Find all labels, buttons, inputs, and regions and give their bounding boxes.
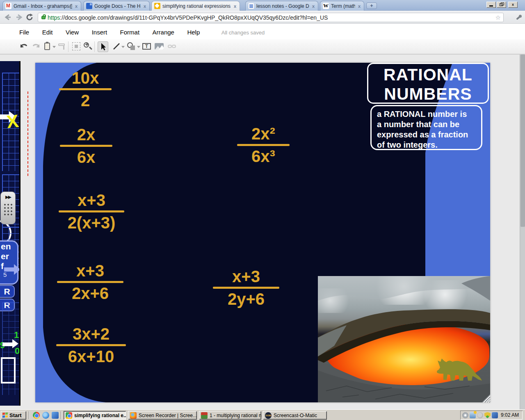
fraction-bar [57,281,123,283]
fraction-2x2-over-6x3[interactable]: 2x² 6x³ [237,124,290,166]
vertical-scrollbar[interactable] [520,55,525,410]
task-simplifying-rational[interactable]: simplifying rational e... [64,411,126,420]
back-icon[interactable] [3,13,12,21]
menu-help[interactable]: Help [184,27,203,37]
firefox-icon [130,412,137,419]
task-screencast-o-matic[interactable]: SOM Screencast-O-Matic [263,411,327,420]
taskbar-separator [29,411,30,419]
windows-taskbar: Start simplifying rational e... Screen R… [0,409,525,420]
redo-icon[interactable] [31,41,42,52]
paste-dropdown-icon[interactable] [52,46,56,48]
background-window-sliver: X ▶▶ en er f 5 R R 1 9 0 [0,61,21,406]
fraction-x3-over-2x3[interactable]: x+3 2(x+3) [59,191,124,232]
menu-edit[interactable]: Edit [39,27,56,37]
menu-file[interactable]: File [16,27,32,37]
paste-icon[interactable] [43,41,51,52]
shape-dropdown-icon[interactable] [137,46,140,48]
tab-google-docs[interactable]: Google Docs - The Hopper x [83,1,150,11]
menu-view[interactable]: View [63,27,82,37]
chrome-icon[interactable] [33,412,40,419]
internet-explorer-icon[interactable] [42,412,49,419]
task-multiplying-rational[interactable]: 1 - multiplying rational nu... [199,411,261,420]
taskbar-clock: 9:02 AM [501,412,519,418]
blue-callout-box: en er f 5 [0,240,18,285]
disc-icon[interactable] [462,412,468,418]
undo-icon[interactable] [19,41,30,52]
line-tool-icon[interactable] [112,41,122,52]
fraction-10x-over-2[interactable]: 10x 2 [59,68,112,110]
rational-numbers-title-box[interactable]: RATIONAL NUMBERS [367,63,489,104]
task-screen-recorder[interactable]: Screen Recorder | Scree... [128,411,197,420]
network-icon[interactable] [492,412,498,418]
url-bar[interactable]: https ://docs.google.com/drawings/d/11t-… [38,13,504,22]
close-button[interactable]: x [508,2,518,8]
fraction-x3-over-2y6[interactable]: x+3 2y+6 [213,267,279,308]
bookmark-star-icon[interactable]: ☆ [495,14,501,21]
display-icon[interactable] [470,412,476,418]
new-tab-button[interactable]: + [366,2,377,9]
minimize-button[interactable] [486,2,496,8]
text-box-icon[interactable]: T [142,41,153,52]
fraction-3x2-over-6x10[interactable]: 3x+2 6x+10 [56,324,126,366]
volume-icon[interactable] [477,412,483,418]
player-widget: ▶▶ [0,192,16,224]
dinosaur-silhouette [434,356,483,385]
screen: M Gmail - Inbox - grahamps@gm x Google D… [0,0,525,420]
line-dropdown-icon[interactable] [121,46,125,48]
select-cursor-icon[interactable] [98,41,108,52]
reload-icon[interactable] [25,13,34,21]
drawing-toolbar: T [0,39,525,54]
keypad-dots [3,203,13,215]
settings-wrench-icon[interactable] [515,15,522,21]
tab-simplifying-rational-expressions[interactable]: simplifying rational expressions x [151,1,240,11]
tab-lesson-notes[interactable]: lesson notes - Google Docs x [245,1,318,11]
zoom-icon[interactable] [83,41,94,52]
url-scheme: https [48,14,60,21]
browser-toolbar: https ://docs.google.com/drawings/d/11t-… [0,11,525,24]
som-icon: SOM [265,412,272,419]
volcano-image[interactable] [318,276,490,402]
drawing-page[interactable]: 10x 2 2x 6x 2x² 6x³ x+3 2(x+3) x+3 [35,63,490,402]
restore-button[interactable] [497,2,506,8]
windows-app-icon[interactable] [52,412,59,419]
tab-close-icon[interactable]: x [143,4,147,9]
tab-close-icon[interactable]: x [233,4,237,9]
fraction-2x-over-6x[interactable]: 2x 6x [60,125,112,167]
menu-arrange[interactable]: Arrange [150,27,177,37]
tab-close-icon[interactable]: x [311,4,315,9]
tab-wikipedia[interactable]: W Term (mathematics) - Wikipedi x [320,1,364,11]
link-icon[interactable] [167,41,178,52]
fraction-bar [213,287,279,289]
gmail-icon: M [5,3,11,9]
tab-close-icon[interactable]: x [357,4,361,9]
shape-tool-icon[interactable] [126,41,137,52]
taskbar-separator [61,411,62,419]
fast-forward-icon: ▶▶ [1,194,15,200]
editor-canvas-area: X ▶▶ en er f 5 R R 1 9 0 [0,54,525,409]
recording-guide-line [27,91,28,176]
menu-insert[interactable]: Insert [89,27,110,37]
video-app-icon [201,412,208,419]
fraction-bar [59,88,112,90]
fraction-x3-over-2x6[interactable]: x+3 2x+6 [57,261,123,303]
letter-box: R [0,285,15,298]
paint-format-icon[interactable] [57,41,68,52]
menu-bar: File Edit View Insert Format Arrange Hel… [0,24,525,39]
tab-gmail[interactable]: M Gmail - Inbox - grahamps@gm x [2,1,81,11]
fraction-bar [56,344,126,346]
https-lock-icon [41,16,46,19]
url-text: ://docs.google.com/drawings/d/11t-GPqYx4… [60,14,493,21]
scrollbar-thumb[interactable] [520,55,525,227]
windows-logo-icon [2,412,8,418]
menu-format[interactable]: Format [117,27,143,37]
definition-text-box[interactable]: a RATIONAL number is a number that can b… [370,105,482,150]
forward-icon[interactable] [15,13,24,21]
start-button[interactable]: Start [1,411,26,420]
security-shield-icon[interactable] [484,412,491,418]
fit-zoom-icon[interactable] [71,41,82,52]
image-icon[interactable] [154,41,165,52]
white-rectangle-shape [1,357,16,383]
tab-close-icon[interactable]: x [74,4,78,9]
chrome-icon [66,412,72,419]
fraction-bar [59,210,124,212]
